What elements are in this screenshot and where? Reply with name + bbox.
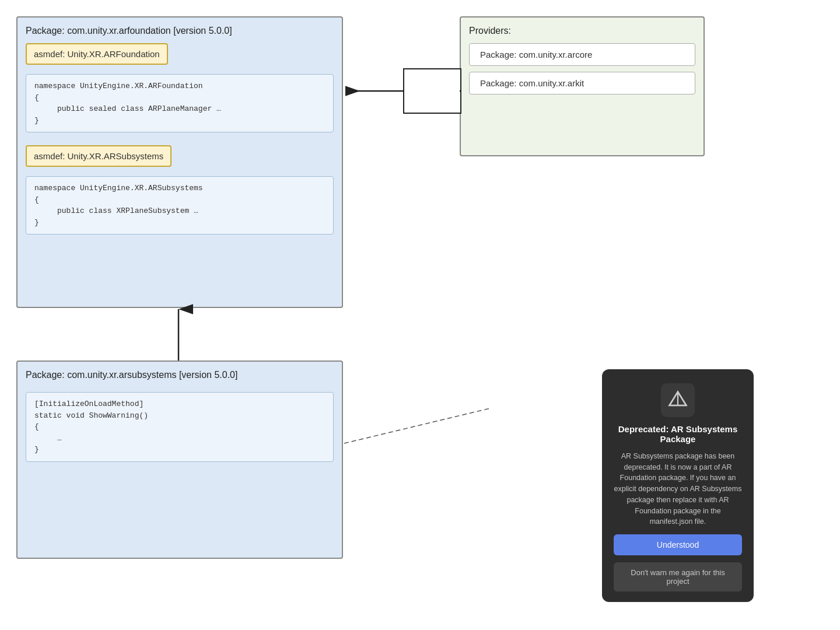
dont-warn-button[interactable]: Don't warn me again for this project [614,562,742,592]
arsubsystems-package-title: Package: com.unity.xr.arsubsystems [vers… [26,370,334,380]
asmdef2-code: namespace UnityEngine.XR.ARSubsystems { … [26,176,334,235]
modal-icon [661,383,695,417]
arfoundation-package-title: Package: com.unity.xr.arfoundation [vers… [26,26,334,36]
provider-arcore: Package: com.unity.xr.arcore [469,43,695,66]
asmdef1-code: namespace UnityEngine.XR.ARFoundation { … [26,74,334,132]
arsubsystems-code: [InitializeOnLoadMethod] static void Sho… [26,392,334,462]
provider-arkit: Package: com.unity.xr.arkit [469,72,695,94]
arfoundation-package-box: Package: com.unity.xr.arfoundation [vers… [16,16,343,308]
providers-title: Providers: [469,26,695,36]
asmdef2-label: asmdef: Unity.XR.ARSubsystems [26,145,172,167]
modal-title: Deprecated: AR Subsystems Package [614,424,742,444]
modal-popup: Deprecated: AR Subsystems Package AR Sub… [602,369,754,602]
modal-body: AR Subsystems package has been deprecate… [614,451,742,527]
svg-line-6 [344,408,490,443]
unity-logo-icon [667,390,688,411]
asmdef1-label: asmdef: Unity.XR.ARFoundation [26,43,168,65]
providers-box: Providers: Package: com.unity.xr.arcore … [460,16,705,156]
arsubsystems-package-box: Package: com.unity.xr.arsubsystems [vers… [16,360,343,559]
svg-rect-2 [404,69,461,113]
understood-button[interactable]: Understood [614,534,742,555]
diagram-area: Package: com.unity.xr.arfoundation [vers… [0,0,840,630]
